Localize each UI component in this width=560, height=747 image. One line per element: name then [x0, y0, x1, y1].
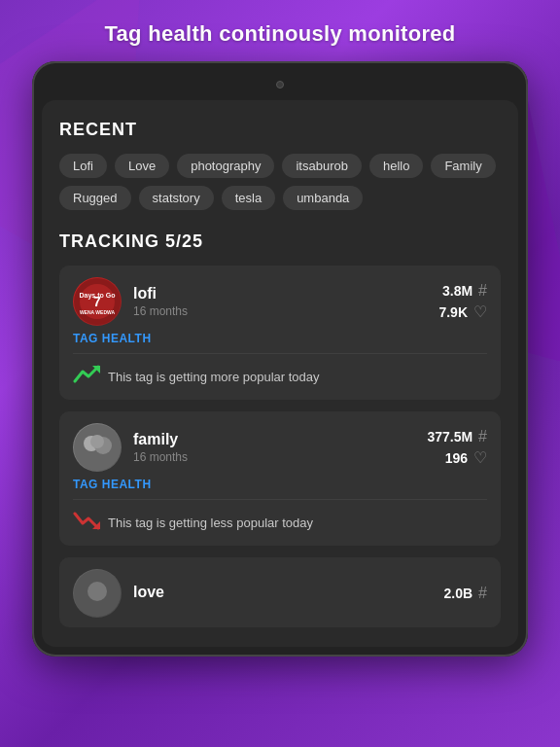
trend-down-icon-family	[73, 510, 100, 536]
page-header: Tag health continously monitored	[0, 0, 560, 61]
tracking-item-lofi[interactable]: Days to Go 7 WENA WEDWA lofi 16 months 3…	[59, 266, 501, 400]
tracking-item-family[interactable]: family 16 months 377.5M # 196 ♡ TAG HEAL…	[59, 411, 501, 546]
tablet-frame: RECENT Lofi Love photography itsaburob h…	[32, 61, 528, 657]
recent-tags-container: Lofi Love photography itsaburob hello Fa…	[59, 154, 501, 210]
avatar-family	[73, 423, 122, 472]
svg-point-12	[88, 582, 107, 601]
trend-up-icon-lofi	[73, 364, 100, 390]
hash-icon-love: #	[478, 585, 487, 602]
family-stats: 377.5M # 196 ♡	[427, 428, 487, 467]
tracking-title: TRACKING 5/25	[59, 231, 501, 252]
lofi-health-text: This tag is getting more popular today	[108, 370, 320, 384]
family-health-text: This tag is getting less popular today	[108, 516, 313, 530]
tag-lofi[interactable]: Lofi	[59, 154, 107, 178]
tag-umbanda[interactable]: umbanda	[283, 186, 363, 210]
lofi-name: lofi	[133, 285, 438, 302]
love-info: love	[133, 584, 444, 603]
family-likes: 196	[445, 450, 468, 466]
divider-lofi	[73, 353, 487, 354]
family-tag-health-label: TAG HEALTH	[73, 478, 487, 491]
svg-text:WENA WEDWA: WENA WEDWA	[80, 309, 116, 315]
hash-icon-family: #	[478, 428, 487, 445]
lofi-tag-health-label: TAG HEALTH	[73, 332, 487, 345]
family-health-row: This tag is getting less popular today	[73, 510, 487, 536]
lofi-health-row: This tag is getting more popular today	[73, 364, 487, 390]
avatar-love	[73, 569, 122, 618]
hash-icon-lofi: #	[478, 282, 487, 300]
tag-hello[interactable]: hello	[369, 154, 423, 178]
love-name: love	[133, 584, 444, 601]
divider-family	[73, 499, 487, 500]
family-duration: 16 months	[133, 450, 427, 464]
family-name: family	[133, 431, 427, 448]
tag-love[interactable]: Love	[115, 154, 169, 178]
lofi-likes: 7.9K	[438, 304, 468, 320]
tag-tesla[interactable]: tesla	[222, 186, 275, 210]
tag-itsaburob[interactable]: itsaburob	[282, 154, 361, 178]
lofi-posts: 3.8M	[442, 283, 472, 299]
lofi-duration: 16 months	[133, 304, 438, 318]
svg-text:7: 7	[93, 294, 101, 309]
tracking-item-love[interactable]: love 2.0B #	[59, 557, 501, 627]
tag-statstory[interactable]: statstory	[139, 186, 214, 210]
lofi-info: lofi 16 months	[133, 285, 438, 318]
family-posts: 377.5M	[427, 429, 472, 445]
tag-photography[interactable]: photography	[177, 154, 274, 178]
heart-icon-family: ♡	[473, 448, 487, 467]
love-posts: 2.0B	[444, 586, 473, 601]
love-stats: 2.0B #	[444, 585, 487, 602]
avatar-lofi: Days to Go 7 WENA WEDWA	[73, 277, 122, 326]
heart-icon-lofi: ♡	[473, 302, 487, 321]
svg-point-9	[90, 435, 104, 448]
recent-title: RECENT	[59, 120, 501, 140]
tag-family[interactable]: Family	[431, 154, 495, 178]
lofi-stats: 3.8M # 7.9K ♡	[438, 282, 487, 321]
family-info: family 16 months	[133, 431, 427, 464]
tablet-camera	[276, 81, 284, 89]
tag-rugged[interactable]: Rugged	[59, 186, 131, 210]
tablet-screen: RECENT Lofi Love photography itsaburob h…	[42, 100, 518, 647]
